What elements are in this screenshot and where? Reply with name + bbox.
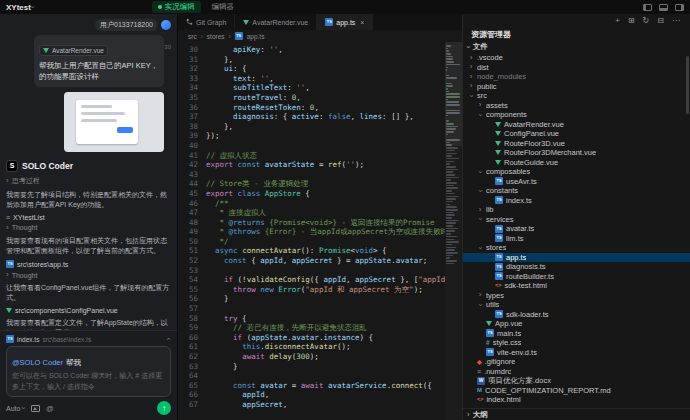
code-text: ui: { <box>206 64 247 73</box>
tree-folder-services[interactable]: ›services <box>463 215 690 225</box>
breadcrumb: src›stores›TSapp.ts <box>178 30 462 42</box>
files-section-header[interactable]: › 文件 <box>463 41 690 53</box>
code-text: async connectAvatar(): Promise<void> { <box>206 246 387 255</box>
tree-file-routefloor3d.vue[interactable]: RouteFloor3D.vue <box>463 139 690 149</box>
tree-folder-composables[interactable]: ›composables <box>463 167 690 177</box>
mode-selector[interactable]: Auto › <box>6 404 25 412</box>
assistant-paragraph: 我需要查看现有的项目配置相关文件，包括应用状态管理和配置面板组件，以便了解当前的… <box>6 236 171 256</box>
tree-file-avatar.ts[interactable]: TSavatar.ts <box>463 224 690 234</box>
referenced-file[interactable]: src\components\ConfigPanel.vue <box>6 307 171 314</box>
editor-tab[interactable]: AvatarRender.vue <box>235 14 317 30</box>
refresh-icon[interactable]: ↻ <box>643 17 650 25</box>
tree-file-routeguide.vue[interactable]: RouteGuide.vue <box>463 158 690 168</box>
new-file-icon[interactable]: + <box>615 17 620 25</box>
image-attach-icon[interactable] <box>31 405 40 412</box>
assistant-header: S SOLO Coder <box>6 160 171 172</box>
new-folder-icon[interactable]: ⊞ <box>628 17 635 25</box>
tree-file-useavr.ts[interactable]: TSuseAvr.ts <box>463 177 690 187</box>
window-tab[interactable]: 实况编辑 <box>152 1 201 13</box>
tree-file-style.css[interactable]: #style.css <box>463 338 690 348</box>
code-area[interactable]: 30 apiKey: '',31 },32 ui: {33 text: '',3… <box>178 42 445 420</box>
minimap-slider[interactable] <box>445 42 462 146</box>
outline-section-header[interactable]: › 大纲 <box>463 408 690 420</box>
tree-file-configpanel.vue[interactable]: ConfigPanel.vue <box>463 129 690 139</box>
tree-folder-components[interactable]: ›components <box>463 110 690 120</box>
more-actions-icon[interactable]: ⋯ <box>672 17 680 25</box>
chevron-right-icon: › <box>229 33 231 40</box>
tree-folder-utils[interactable]: ›utils <box>463 300 690 310</box>
referenced-file[interactable]: ≡XYtestList <box>6 214 171 221</box>
tree-file-app.vue[interactable]: App.vue <box>463 319 690 329</box>
tree-file-vite-env.d.ts[interactable]: TSvite-env.d.ts <box>463 348 690 358</box>
minimap-line <box>446 177 459 179</box>
minimap-line <box>446 187 458 189</box>
breadcrumb-item[interactable]: app.ts <box>247 33 265 40</box>
tree-folder-constants[interactable]: ›constants <box>463 186 690 196</box>
tree-item-label: assets <box>486 101 508 110</box>
tree-file-main.ts[interactable]: TSmain.ts <box>463 329 690 339</box>
tree-file-app.ts[interactable]: TSapp.ts <box>463 253 690 263</box>
app-menu[interactable]: XYtest <box>6 3 31 12</box>
minimap-line <box>446 196 459 198</box>
tree-folder-dist[interactable]: ›dist <box>463 63 690 73</box>
tree-folder-assets[interactable]: ›assets <box>463 101 690 111</box>
tree-file-index.html[interactable]: <>index.html <box>463 395 690 405</box>
code-line: 41// 虚拟人状态 <box>180 151 445 161</box>
message-file-chip[interactable]: AvatarRender.vue <box>39 45 108 56</box>
tree-folder-types[interactable]: ›types <box>463 291 690 301</box>
tree-folder-src[interactable]: ›src <box>463 91 690 101</box>
line-number: 62 <box>180 352 198 362</box>
tree-file-routebuilder.ts[interactable]: TSrouteBuilder.ts <box>463 272 690 282</box>
editor-tab[interactable]: Git Graph <box>178 14 235 30</box>
tree-folder-lib[interactable]: ›lib <box>463 205 690 215</box>
tree-file-.numdrc[interactable]: ≡.numdrc <box>463 367 690 377</box>
git-graph-icon <box>186 18 193 27</box>
main-area: 用户0133718200 AvatarRender.vue 帮我加上用户配置自己… <box>0 14 690 420</box>
minimap-line <box>446 212 454 214</box>
line-number: 67 <box>180 400 198 410</box>
avatar[interactable] <box>161 20 171 30</box>
layout-secondary-sidebar-icon[interactable] <box>675 4 684 11</box>
tree-folder-node_modules[interactable]: ›node_modules <box>463 72 690 82</box>
tree-file-index.ts[interactable]: TSindex.ts <box>463 196 690 206</box>
chat-history[interactable]: 用户0133718200 AvatarRender.vue 帮我加上用户配置自己… <box>0 14 177 330</box>
tree-file-code_optimization_report.md[interactable]: MCODE_OPTIMIZATION_REPORT.md <box>463 386 690 396</box>
tree-file-sdk-test.html[interactable]: <>sdk-test.html <box>463 281 690 291</box>
tree-file-.gitignore[interactable]: ◆.gitignore <box>463 357 690 367</box>
tree-folder-stores[interactable]: ›stores <box>463 243 690 253</box>
layout-panel-icon[interactable] <box>659 4 668 11</box>
breadcrumb-item[interactable]: stores <box>207 33 225 40</box>
scrollbar[interactable] <box>686 56 689 114</box>
vue-icon <box>43 48 49 53</box>
editor-tab-label: Git Graph <box>196 19 226 26</box>
send-button[interactable]: ↑ <box>157 401 171 415</box>
layout-sidebar-icon[interactable] <box>643 4 652 11</box>
mention-chip[interactable]: @SOLO Coder <box>12 358 63 367</box>
tree-file-diagnosis.ts[interactable]: TSdiagnosis.ts <box>463 262 690 272</box>
thought-toggle[interactable]: ›Thought <box>6 271 171 279</box>
tree-file-routefloor3dmerchant.vue[interactable]: RouteFloor3DMerchant.vue <box>463 148 690 158</box>
context-chip[interactable]: TS index.ts src\base\index.ts › <box>6 335 171 343</box>
tree-file-avatarrender.vue[interactable]: AvatarRender.vue <box>463 120 690 130</box>
tree-file--.docx[interactable]: W项目优化方案.docx <box>463 376 690 386</box>
referenced-file[interactable]: TSsrc\stores\app.ts <box>6 260 171 268</box>
code-text: appId, <box>206 390 269 399</box>
mention-icon[interactable]: @ <box>46 404 54 413</box>
tree-file-lim.ts[interactable]: TSlim.ts <box>463 234 690 244</box>
user-message-wrap: AvatarRender.vue 帮我加上用户配置自己的API KEY，的功能界… <box>6 35 171 87</box>
editor-tab[interactable]: TSapp.ts× <box>317 14 373 30</box>
minimap[interactable] <box>445 42 462 420</box>
collapse-all-icon[interactable]: ⊟ <box>657 17 664 25</box>
close-tab-icon[interactable]: × <box>360 19 364 26</box>
attachment-image[interactable] <box>64 92 164 152</box>
tree-folder-public[interactable]: ›public <box>463 82 690 92</box>
collapse-icon[interactable]: › <box>166 338 174 341</box>
user-badge[interactable]: 用户0133718200 <box>95 19 158 31</box>
chat-input[interactable]: @SOLO Coder帮我 您可以在与 SOLO Coder 聊天时，输入 # … <box>6 346 171 397</box>
breadcrumb-item[interactable]: src <box>188 33 197 40</box>
tree-folder-.vscode[interactable]: ›.vscode <box>463 53 690 63</box>
thought-process-toggle[interactable]: › 思考过程 <box>6 176 171 186</box>
window-tab[interactable]: 编辑器 <box>206 1 241 13</box>
thought-toggle[interactable]: ›Thought <box>6 224 171 232</box>
tree-file-sdk-loader.ts[interactable]: TSsdk-loader.ts <box>463 310 690 320</box>
